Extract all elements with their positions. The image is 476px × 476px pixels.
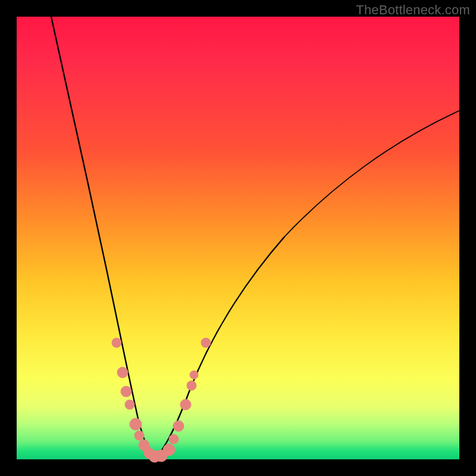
marker-dot <box>117 367 128 378</box>
marker-dot <box>201 338 211 347</box>
marker-dot <box>112 338 121 347</box>
marker-dot <box>163 444 175 456</box>
marker-dot <box>190 371 198 379</box>
marker-dot <box>134 431 144 440</box>
marker-dot <box>125 400 134 409</box>
curve-layer <box>17 17 459 459</box>
marker-dot <box>130 418 142 430</box>
marker-dot <box>187 381 196 390</box>
marker-dot <box>121 386 131 397</box>
watermark-text: TheBottleneck.com <box>356 2 470 18</box>
curve-left-branch <box>51 17 154 458</box>
curve-right-branch-thin <box>284 111 459 237</box>
chart-frame: TheBottleneck.com <box>0 0 476 476</box>
markers <box>112 338 211 462</box>
marker-dot <box>169 434 178 444</box>
marker-dot <box>173 421 184 431</box>
plot-area <box>17 17 459 459</box>
marker-dot <box>180 399 191 410</box>
